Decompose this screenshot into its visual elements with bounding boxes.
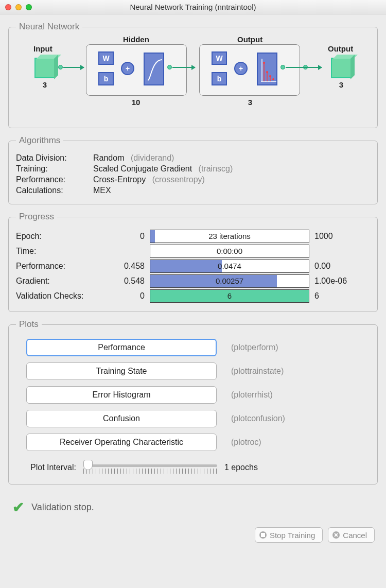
output-fn-box xyxy=(257,53,277,85)
cancel-icon xyxy=(332,531,340,539)
progress-bar-text: 0.0474 xyxy=(150,260,309,272)
plot-button[interactable]: Receiver Operating Characteristic xyxy=(26,434,217,451)
algorithm-row: Training:Scaled Conjugate Gradient (trai… xyxy=(16,164,370,174)
titlebar: Neural Network Training (nntraintool) xyxy=(0,0,386,14)
output-label: Output xyxy=(328,44,353,53)
plot-interval-slider[interactable] xyxy=(83,460,217,475)
stop-training-label: Stop Training xyxy=(270,531,315,540)
progress-min: 0.458 xyxy=(114,262,150,271)
connector-dot xyxy=(280,65,285,70)
algorithm-label: Calculations: xyxy=(16,186,93,195)
plot-button[interactable]: Confusion xyxy=(26,410,217,427)
progress-label: Performance: xyxy=(16,262,114,271)
algorithm-hint: (trainscg) xyxy=(196,164,233,173)
progress-row: Time:0:00:00 xyxy=(16,245,370,258)
progress-bar: 0.0474 xyxy=(150,260,309,273)
cancel-button[interactable]: Cancel xyxy=(328,527,375,543)
progress-max: 0.00 xyxy=(309,262,370,271)
b-box: b xyxy=(98,72,114,85)
plot-row: Confusion(plotconfusion) xyxy=(26,410,370,427)
progress-bar: 0.00257 xyxy=(150,274,309,288)
algorithm-label: Training: xyxy=(16,164,93,174)
algorithms-legend: Algorithms xyxy=(16,135,63,146)
plot-hint: (plotperform) xyxy=(231,343,278,352)
progress-label: Gradient: xyxy=(16,276,114,286)
cancel-label: Cancel xyxy=(343,531,367,540)
algorithm-label: Performance: xyxy=(16,175,93,184)
slider-thumb[interactable] xyxy=(83,460,93,470)
plot-hint: (ploterrhist) xyxy=(231,390,273,400)
algorithm-value: MEX xyxy=(93,186,370,195)
progress-row: Gradient:0.5480.002571.00e-06 xyxy=(16,274,370,288)
plot-button[interactable]: Error Histogram xyxy=(26,386,217,404)
plot-row: Error Histogram(ploterrhist) xyxy=(26,386,370,404)
plus-icon: + xyxy=(234,62,248,75)
plot-row: Performance(plotperform) xyxy=(26,339,370,356)
progress-label: Epoch: xyxy=(16,232,114,241)
output-layer-label: Output xyxy=(237,35,262,44)
window-title: Neural Network Training (nntraintool) xyxy=(0,3,386,11)
progress-max: 1.00e-06 xyxy=(309,276,370,286)
b-box: b xyxy=(212,72,227,85)
progress-bar-text: 0.00257 xyxy=(150,275,309,287)
status-row: ✔ Validation stop. xyxy=(8,492,378,527)
progress-label: Time: xyxy=(16,247,114,256)
progress-min: 0 xyxy=(114,291,150,301)
algorithm-label: Data Division: xyxy=(16,153,93,163)
progress-panel: Progress Epoch:023 iterations1000Time:0:… xyxy=(8,212,378,312)
svg-rect-9 xyxy=(261,533,265,537)
progress-row: Epoch:023 iterations1000 xyxy=(16,230,370,243)
progress-bar-text: 0:00:00 xyxy=(150,245,309,257)
algorithm-hint: (dividerand) xyxy=(128,153,174,162)
minimize-icon[interactable] xyxy=(15,4,22,10)
progress-row: Validation Checks:066 xyxy=(16,289,370,303)
plot-hint: (plottrainstate) xyxy=(231,367,284,376)
plot-interval-label: Plot Interval: xyxy=(30,463,76,472)
status-message: Validation stop. xyxy=(31,502,94,513)
plot-button[interactable]: Training State xyxy=(26,362,217,380)
checkmark-icon: ✔ xyxy=(12,499,24,516)
w-box: W xyxy=(98,51,114,65)
stop-training-button[interactable]: Stop Training xyxy=(255,527,323,543)
progress-min: 0 xyxy=(114,232,150,241)
input-label: Input xyxy=(33,44,52,53)
progress-bar-text: 23 iterations xyxy=(150,230,309,243)
neural-network-legend: Neural Network xyxy=(16,22,82,32)
connector-dot xyxy=(58,65,63,70)
input-size: 3 xyxy=(39,80,51,89)
plot-row: Training State(plottrainstate) xyxy=(26,362,370,380)
plot-hint: (plotconfusion) xyxy=(231,414,285,423)
algorithm-row: Calculations:MEX xyxy=(16,186,370,195)
w-box: W xyxy=(212,51,227,65)
algorithm-hint: (crossentropy) xyxy=(150,175,205,184)
svg-point-8 xyxy=(272,78,274,80)
progress-min: 0.548 xyxy=(114,276,150,286)
algorithm-value: Scaled Conjugate Gradient (trainscg) xyxy=(93,164,370,174)
neural-network-panel: Neural Network Input 3 Hidden W b + 10 O… xyxy=(8,22,378,128)
plot-hint: (plotroc) xyxy=(231,438,261,447)
zoom-icon[interactable] xyxy=(26,4,32,10)
plots-panel: Plots Performance(plotperform)Training S… xyxy=(8,319,378,485)
progress-bar: 23 iterations xyxy=(150,230,309,243)
input-block xyxy=(34,58,55,78)
network-diagram: Input 3 Hidden W b + 10 Output W b + xyxy=(16,38,370,120)
progress-bar: 0:00:00 xyxy=(150,245,309,258)
algorithm-row: Data Division:Random (dividerand) xyxy=(16,153,370,163)
plot-button[interactable]: Performance xyxy=(26,339,217,356)
arrow-icon xyxy=(172,67,195,68)
progress-row: Performance:0.4580.04740.00 xyxy=(16,260,370,273)
plot-interval-value: 1 epochs xyxy=(224,463,258,472)
arrow-icon xyxy=(63,67,84,68)
transfer-fn-box xyxy=(144,53,164,85)
hidden-label: Hidden xyxy=(123,35,149,44)
progress-label: Validation Checks: xyxy=(16,291,114,301)
algorithm-value: Random (dividerand) xyxy=(93,153,370,163)
stop-icon xyxy=(259,531,267,539)
plot-row: Receiver Operating Characteristic(plotro… xyxy=(26,434,370,451)
close-icon[interactable] xyxy=(5,4,11,10)
connector-dot xyxy=(167,65,172,70)
plus-icon: + xyxy=(121,62,134,75)
output-block xyxy=(331,58,352,78)
algorithms-panel: Algorithms Data Division:Random (divider… xyxy=(8,135,378,204)
arrow-icon xyxy=(286,67,322,68)
